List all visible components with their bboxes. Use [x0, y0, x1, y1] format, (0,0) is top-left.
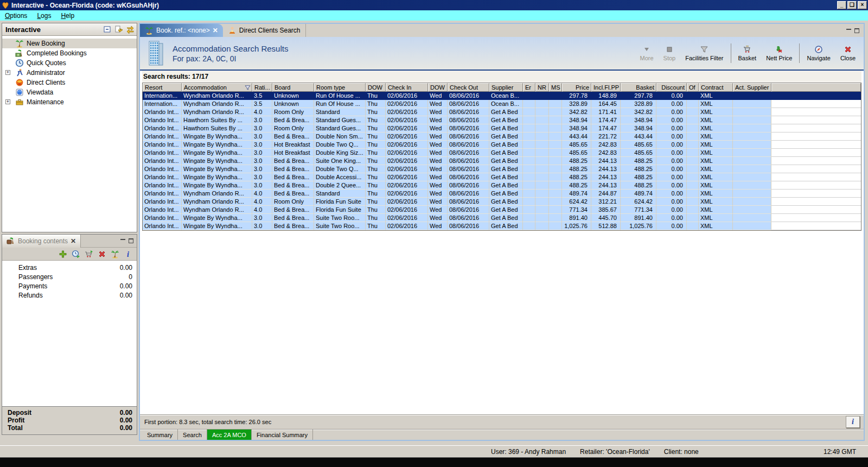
column-header-ms[interactable]: MS	[549, 83, 562, 92]
column-header-label: Price	[576, 84, 589, 91]
column-header-check-out[interactable]: Check Out	[448, 83, 489, 92]
nett-price-button[interactable]: Nett Price	[761, 44, 797, 62]
table-cell: Wed	[428, 124, 448, 132]
filter-funnel-icon[interactable]	[245, 85, 251, 92]
facilities-filter-button[interactable]: Facilities Filter	[680, 44, 728, 62]
tab-book-ref-none-[interactable]: Book. ref.: <none>✕	[140, 24, 223, 37]
maximize-icon[interactable]	[129, 238, 133, 243]
close-icon[interactable]: ✕	[71, 237, 76, 245]
column-header-resort[interactable]: Resort	[143, 83, 182, 92]
column-header-board[interactable]: Board	[272, 83, 314, 92]
table-row[interactable]: Orlando Int...Wyndham Orlando R...4.0Bed…	[143, 190, 861, 198]
table-row[interactable]: Orlando Int...Wyndham Orlando R...4.0Bed…	[143, 206, 861, 214]
table-cell: 485.65	[562, 141, 591, 149]
sidebar-item-administrator[interactable]: +Administrator	[2, 68, 137, 78]
column-header-dow[interactable]: DOW	[428, 83, 448, 92]
minimize-icon[interactable]	[846, 28, 851, 30]
column-header-dow[interactable]: DOW	[366, 83, 386, 92]
table-cell: Room Only	[272, 124, 314, 132]
column-header-accommodation[interactable]: Accommodation	[182, 83, 252, 92]
table-row[interactable]: Orlando Int...Wingate By Wyndha...3.0Bed…	[143, 222, 861, 230]
close-button[interactable]: Close	[835, 44, 860, 62]
sidebar-item-viewdata[interactable]: Viewdata	[2, 87, 137, 97]
title-bar: Interactive - Ocean-Florida (code: wKGsu…	[0, 0, 868, 10]
menu-item-options[interactable]: Options	[0, 10, 32, 21]
column-header-check-in[interactable]: Check In	[386, 83, 428, 92]
column-header-price[interactable]: Price	[562, 83, 591, 92]
table-row[interactable]: Orlando Int...Wyndham Orlando R...4.0Roo…	[143, 108, 861, 116]
table-row[interactable]: Orlando Int...Hawthorn Suites By ...3.0R…	[143, 124, 861, 132]
table-cell: XML	[699, 108, 733, 116]
table-cell: Thu	[366, 173, 386, 181]
column-header-incl-fl-pp[interactable]: Incl.Fl.PP	[591, 83, 621, 92]
minimize-button[interactable]: _	[837, 1, 846, 9]
navigate-button[interactable]: Navigate	[802, 44, 835, 62]
table-cell: 1,025.76	[562, 222, 591, 230]
table-cell	[733, 222, 771, 230]
tab-direct-clients-search[interactable]: Direct Clients Search	[223, 24, 306, 37]
table-cell: 171.41	[591, 108, 621, 116]
tab-booking-contents[interactable]: Booking contents ✕	[2, 235, 81, 248]
cart-go-icon[interactable]	[85, 250, 93, 258]
sidebar-item-direct-clients[interactable]: Direct Clients	[2, 78, 137, 87]
expand-icon[interactable]: +	[5, 99, 10, 104]
table-cell: 328.89	[562, 100, 591, 108]
close-icon[interactable]: ✕	[213, 27, 218, 34]
table-row[interactable]: Orlando Int...Wingate By Wyndha...3.0Bed…	[143, 165, 861, 173]
table-cell: 02/06/2016	[386, 190, 428, 198]
sidebar-item-new-booking[interactable]: New Booking	[2, 39, 137, 48]
column-header-act-supplier[interactable]: Act. Supplier	[733, 83, 771, 92]
menu-item-help[interactable]: Help	[56, 10, 79, 21]
maximize-icon[interactable]	[854, 28, 859, 33]
column-header-er[interactable]: Er	[523, 83, 535, 92]
column-header-rati-[interactable]: Rati...	[252, 83, 272, 92]
column-header-basket[interactable]: Basket	[621, 83, 656, 92]
minimize-icon[interactable]	[120, 238, 125, 240]
bottom-tab-acc-2a-mco[interactable]: Acc 2A MCO	[207, 430, 252, 440]
column-header-supplier[interactable]: Supplier	[489, 83, 523, 92]
table-row[interactable]: Orlando Int...Wingate By Wyndha...3.0Bed…	[143, 132, 861, 141]
collapse-box-icon[interactable]	[103, 25, 112, 34]
table-row[interactable]: Orlando Int...Wingate By Wyndha...3.0Hot…	[143, 149, 861, 157]
column-header-contract[interactable]: Contract	[699, 83, 733, 92]
table-row[interactable]: Orlando Int...Wingate By Wyndha...3.0Bed…	[143, 157, 861, 165]
table-row[interactable]: Orlando Int...Wyndham Orlando R...4.0Roo…	[143, 198, 861, 206]
bottom-tab-search[interactable]: Search	[178, 430, 207, 440]
add-icon[interactable]	[59, 250, 67, 258]
close-button[interactable]: ×	[858, 1, 867, 9]
sidebar-item-maintenance[interactable]: +Maintenance	[2, 97, 137, 107]
expand-icon[interactable]: +	[5, 70, 10, 75]
info-icon[interactable]: i	[124, 250, 132, 258]
bottom-tab-financial-summary[interactable]: Financial Summary	[252, 430, 313, 440]
table-row[interactable]: Orlando Int...Wingate By Wyndha...3.0Bed…	[143, 181, 861, 190]
table-row[interactable]: Orlando Int...Wingate By Wyndha...3.0Hot…	[143, 141, 861, 149]
table-row[interactable]: Orlando Int...Wingate By Wyndha...3.0Bed…	[143, 173, 861, 181]
page-subtitle: For pax: 2A, 0C, 0I	[173, 54, 288, 63]
column-header-discount[interactable]: Discount	[656, 83, 687, 92]
column-header-room-type[interactable]: Room type	[314, 83, 366, 92]
column-header-of[interactable]: Of	[687, 83, 699, 92]
table-cell-filler	[771, 165, 861, 173]
info-button[interactable]: i	[846, 416, 860, 428]
table-row[interactable]: Orlando Int...Hawthorn Suites By ...3.0B…	[143, 116, 861, 124]
delete-icon[interactable]	[98, 250, 106, 258]
basket-button[interactable]: Basket	[733, 44, 762, 62]
column-header-label: Supplier	[492, 84, 513, 91]
sidebar-item-completed-bookings[interactable]: Completed Bookings	[2, 48, 137, 58]
table-row[interactable]: Internation...Wyndham Orlando R...3.5Unk…	[143, 92, 861, 100]
booking-totals: Deposit0.00Profit0.00Total0.00	[2, 406, 137, 434]
sidebar-item-quick-quotes[interactable]: Quick Quotes	[2, 58, 137, 68]
more-icon	[642, 45, 651, 54]
sync-arrows-icon[interactable]	[126, 25, 135, 34]
bottom-tab-summary[interactable]: Summary	[142, 430, 178, 440]
link-editor-icon[interactable]	[114, 25, 123, 34]
menu-item-logs[interactable]: Logs	[32, 10, 56, 21]
table-row[interactable]: Orlando Int...Wingate By Wyndha...3.0Bed…	[143, 214, 861, 222]
palm-icon[interactable]	[111, 250, 119, 258]
table-row[interactable]: Internation...Wyndham Orlando R...3.5Unk…	[143, 100, 861, 108]
restore-button[interactable]: ❏	[847, 1, 857, 9]
refresh-clock-icon[interactable]	[72, 250, 80, 258]
table-cell: Wyndham Orlando R...	[182, 206, 252, 214]
column-header-nr[interactable]: NR	[535, 83, 549, 92]
table-cell: Bed & Brea...	[272, 181, 314, 190]
